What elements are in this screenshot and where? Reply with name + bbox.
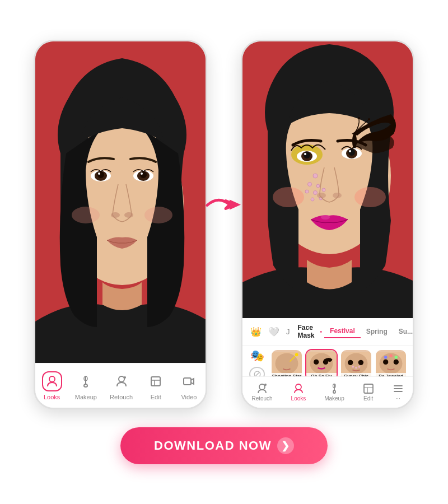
nav-retouch-label: Retouch	[251, 395, 272, 402]
edit-label: Edit	[151, 394, 161, 400]
nav-more-icon	[393, 383, 404, 394]
svg-point-41	[316, 184, 320, 188]
svg-point-76	[264, 384, 267, 386]
svg-point-77	[296, 384, 301, 390]
phone-before: Looks Makeup	[34, 40, 207, 409]
nav-retouch[interactable]: Retouch	[251, 383, 272, 402]
nav-retouch-icon	[256, 383, 268, 394]
svg-point-17	[119, 376, 124, 382]
svg-point-58	[310, 353, 333, 374]
svg-point-9	[140, 171, 147, 178]
tab-summer[interactable]: Su...	[393, 325, 414, 338]
nav-edit[interactable]: Edit	[363, 383, 374, 402]
svg-rect-19	[151, 377, 160, 386]
face-mask-label: Face Mask	[296, 321, 317, 342]
svg-point-66	[355, 367, 357, 369]
right-phone-bottom-panel: 👑 🤍 J Face Mask • Festival Spring Su... …	[242, 318, 413, 408]
svg-point-45	[311, 198, 314, 201]
right-phone-bottom-nav: Retouch Looks Makeup	[242, 376, 413, 408]
crown-icon: 👑	[247, 325, 265, 338]
svg-point-15	[49, 376, 55, 382]
svg-point-40	[308, 183, 312, 186]
toolbar-edit[interactable]: Edit	[146, 371, 166, 400]
svg-point-74	[395, 356, 398, 359]
tab-spring[interactable]: Spring	[361, 325, 393, 338]
svg-point-5	[97, 171, 104, 178]
looks-icon	[46, 375, 58, 388]
svg-point-10	[141, 172, 143, 175]
svg-point-30	[358, 117, 360, 119]
svg-point-56	[295, 353, 298, 357]
nav-makeup-label: Makeup	[324, 395, 344, 402]
download-button[interactable]: DOWNLOAD NOW ❯	[120, 427, 328, 464]
tab-festival[interactable]: Festival	[324, 325, 361, 338]
svg-point-34	[304, 152, 310, 158]
svg-point-51	[354, 187, 386, 207]
svg-point-38	[349, 150, 351, 152]
after-photo	[242, 41, 413, 321]
tabs-row: 👑 🤍 J Face Mask • Festival Spring Su...	[242, 318, 413, 346]
svg-rect-22	[184, 378, 191, 385]
retouch-icon	[115, 375, 128, 388]
nav-looks[interactable]: Looks	[291, 383, 306, 402]
svg-point-65	[352, 366, 354, 368]
svg-point-64	[358, 360, 363, 365]
svg-point-44	[322, 188, 325, 192]
svg-point-75	[259, 384, 265, 390]
makeup-label: Makeup	[75, 394, 97, 400]
svg-point-13	[72, 207, 100, 223]
nav-more-label: ···	[395, 395, 400, 402]
svg-point-29	[368, 118, 370, 120]
svg-point-42	[305, 190, 309, 193]
svg-point-39	[313, 174, 318, 178]
svg-marker-23	[230, 200, 241, 210]
svg-point-67	[358, 366, 361, 368]
svg-point-12	[124, 212, 133, 218]
left-phone-toolbar: Looks Makeup	[35, 363, 206, 408]
phones-container: Looks Makeup	[34, 40, 414, 409]
nav-edit-icon	[363, 383, 374, 394]
svg-point-49	[321, 215, 330, 220]
nav-edit-label: Edit	[363, 395, 373, 402]
svg-point-50	[273, 187, 304, 207]
nav-makeup[interactable]: Makeup	[324, 383, 344, 402]
download-arrow-icon: ❯	[277, 437, 294, 454]
arrow-container	[204, 190, 244, 223]
video-label: Video	[181, 394, 197, 400]
phone-after: 👑 🤍 J Face Mask • Festival Spring Su... …	[241, 40, 414, 409]
svg-point-18	[124, 376, 126, 379]
svg-point-72	[384, 356, 388, 359]
toolbar-video[interactable]: Video	[179, 371, 199, 400]
toolbar-makeup[interactable]: Makeup	[75, 371, 97, 400]
toolbar-retouch[interactable]: Retouch	[110, 371, 133, 400]
face-mask-dot: •	[320, 329, 323, 335]
nav-looks-icon	[293, 383, 304, 394]
download-label: DOWNLOAD NOW	[154, 438, 272, 453]
transition-arrow	[204, 190, 244, 221]
looks-label: Looks	[44, 394, 60, 400]
svg-point-6	[98, 172, 100, 175]
svg-point-35	[304, 153, 306, 155]
heart-icon: 🤍	[265, 325, 283, 338]
svg-point-48	[333, 193, 342, 198]
svg-point-37	[348, 149, 355, 156]
svg-point-71	[394, 360, 399, 365]
nav-makeup-icon	[329, 383, 340, 394]
emoji-mask-icon[interactable]: 🎭	[250, 349, 264, 362]
svg-point-73	[389, 354, 393, 357]
svg-point-60	[323, 360, 328, 365]
before-photo	[35, 41, 206, 366]
svg-point-14	[144, 207, 172, 223]
edit-icon	[150, 375, 162, 388]
svg-point-11	[111, 212, 120, 218]
tab-j: J	[283, 326, 293, 337]
svg-point-47	[317, 193, 326, 198]
svg-rect-79	[364, 384, 373, 393]
retouch-label: Retouch	[110, 394, 133, 400]
nav-more[interactable]: ···	[393, 383, 404, 402]
svg-point-43	[314, 191, 318, 195]
svg-point-63	[348, 360, 353, 365]
toolbar-looks[interactable]: Looks	[42, 371, 62, 400]
makeup-icon	[80, 375, 92, 388]
nav-looks-label: Looks	[291, 395, 306, 402]
